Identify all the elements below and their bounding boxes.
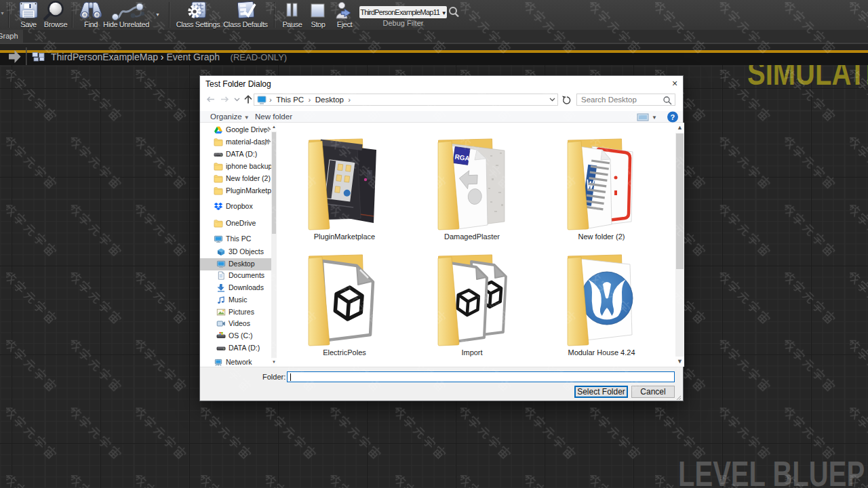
svg-text:▼: ▼ <box>155 12 160 17</box>
svg-text:▼: ▼ <box>652 115 657 121</box>
svg-text:?: ? <box>671 113 675 121</box>
svg-text:▼: ▼ <box>0 11 5 16</box>
